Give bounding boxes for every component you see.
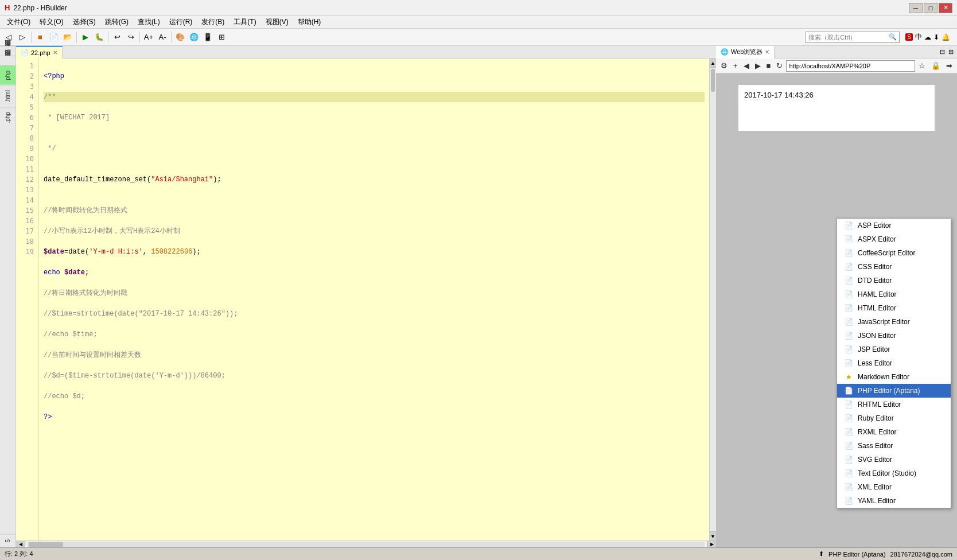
toolbar-undo[interactable]: ↩ — [111, 31, 123, 44]
editor-tab-22php[interactable]: 📄 22.php ✕ — [16, 46, 63, 59]
scroll-up[interactable]: ▲ — [710, 59, 716, 68]
sidebar-tab-shapes[interactable]: 图形象 — [0, 46, 15, 56]
menu-tools[interactable]: 工具(T) — [229, 16, 260, 28]
minimize-button[interactable]: ─ — [909, 3, 923, 13]
menu-jump[interactable]: 跳转(G) — [100, 16, 133, 28]
markdown-editor-icon: ★ — [844, 372, 853, 382]
xml-editor-icon: 📄 — [844, 483, 853, 492]
menu-ruby-editor[interactable]: 📄 Ruby Editor — [837, 411, 951, 425]
status-bar: 行: 2 列: 4 ⬆ PHP Editor (Aptana) 28176720… — [0, 547, 957, 560]
menu-edit[interactable]: 转义(O) — [35, 16, 68, 28]
search-input[interactable] — [808, 34, 889, 41]
scroll-left[interactable]: ◀ — [16, 541, 25, 548]
maximize-button[interactable]: □ — [924, 3, 937, 13]
toolbar-browser[interactable]: 🌐 — [188, 31, 200, 44]
menu-bar: 文件(O) 转义(O) 选择(S) 跳转(G) 查找(L) 运行(R) 发行(B… — [0, 16, 957, 29]
menu-text-editor[interactable]: 📄 Text Editor (Studio) — [837, 466, 951, 480]
sidebar-tab-phpfile[interactable]: .php — [0, 107, 15, 127]
h-scroll-thumb[interactable] — [29, 542, 63, 547]
toolbar-save[interactable]: ■ — [34, 31, 46, 44]
status-position: 行: 2 列: 4 — [5, 550, 819, 558]
javascript-editor-icon: 📄 — [844, 317, 853, 326]
menu-svg-editor[interactable]: 📄 SVG Editor — [837, 453, 951, 466]
browser-tab[interactable]: 🌐 Web浏览器 ✕ — [716, 46, 775, 59]
horizontal-scrollbar[interactable]: ◀ ▶ — [16, 540, 716, 547]
menu-php-editor[interactable]: 📄 PHP Editor (Aptana) — [837, 384, 951, 398]
sidebar-tab-layout[interactable]: 摆图形 — [0, 56, 15, 65]
browser-lock[interactable]: 🔒 — [929, 60, 943, 71]
menu-less-editor[interactable]: 📄 Less Editor — [837, 356, 951, 370]
menu-asp-editor[interactable]: 📄 ASP Editor — [837, 219, 951, 232]
sidebar-tab-num[interactable]: 5 — [0, 534, 15, 547]
toolbar-color[interactable]: 🎨 — [174, 31, 186, 44]
browser-stop[interactable]: ■ — [764, 60, 773, 71]
yaml-editor-label: YAML Editor — [858, 497, 896, 505]
menu-jsp-editor[interactable]: 📄 JSP Editor — [837, 343, 951, 356]
tab-close-button[interactable]: ✕ — [53, 49, 57, 56]
dtd-editor-label: DTD Editor — [858, 277, 892, 285]
toolbar-open[interactable]: 📂 — [61, 31, 74, 44]
menu-json-editor[interactable]: 📄 JSON Editor — [837, 329, 951, 343]
panel-icon-maximize[interactable]: ⊞ — [947, 47, 955, 57]
coffeescript-editor-label: CoffeeScript Editor — [858, 249, 916, 257]
sidebar-tab-php[interactable]: php — [0, 65, 15, 85]
toolbar-debug[interactable]: 🐛 — [93, 31, 106, 44]
menu-publish[interactable]: 发行(B) — [197, 16, 229, 28]
browser-refresh[interactable]: ↻ — [774, 60, 785, 71]
browser-external[interactable]: ➡ — [944, 60, 955, 71]
toolbar-redo[interactable]: ↪ — [125, 31, 137, 44]
xml-editor-label: XML Editor — [858, 483, 892, 491]
menu-run[interactable]: 运行(R) — [165, 16, 197, 28]
menu-xml-editor[interactable]: 📄 XML Editor — [837, 480, 951, 494]
sidebar-tab-html[interactable]: .html — [0, 85, 15, 107]
browser-tab-close[interactable]: ✕ — [765, 49, 769, 55]
asp-editor-icon: 📄 — [844, 221, 853, 230]
menu-coffeescript-editor[interactable]: 📄 CoffeeScript Editor — [837, 246, 951, 260]
toolbar-new[interactable]: 📄 — [48, 31, 60, 44]
menu-javascript-editor[interactable]: 📄 JavaScript Editor — [837, 315, 951, 329]
browser-new-tab[interactable]: + — [731, 60, 740, 71]
toolbar-forward[interactable]: ▷ — [16, 31, 29, 44]
menu-sass-editor[interactable]: 📄 Sass Editor — [837, 439, 951, 453]
browser-settings[interactable]: ⚙ — [718, 60, 730, 71]
context-menu: 📄 ASP Editor 📄 ASPX Editor 📄 CoffeeScrip… — [837, 218, 951, 508]
menu-view[interactable]: 视图(V) — [261, 16, 293, 28]
menu-haml-editor[interactable]: 📄 HAML Editor — [837, 287, 951, 301]
menu-dtd-editor[interactable]: 📄 DTD Editor — [837, 274, 951, 287]
toolbar-back[interactable]: ◁ — [2, 31, 15, 44]
close-button[interactable]: ✕ — [939, 3, 952, 13]
toolbar-phone[interactable]: 📱 — [201, 31, 214, 44]
menu-file[interactable]: 文件(O) — [2, 16, 35, 28]
url-bar[interactable] — [786, 60, 915, 72]
menu-rxml-editor[interactable]: 📄 RXML Editor — [837, 425, 951, 439]
toolbar-run[interactable]: ▶ — [79, 31, 92, 44]
separator-1 — [31, 32, 32, 43]
menu-markdown-editor[interactable]: ★ Markdown Editor — [837, 370, 951, 384]
scroll-thumb[interactable] — [711, 69, 715, 92]
toolbar-qr[interactable]: ⊞ — [215, 31, 228, 44]
less-editor-label: Less Editor — [858, 359, 892, 367]
code-content[interactable]: <?php /** * [WECHAT 2017] */ date_defaul… — [39, 59, 709, 540]
panel-icon-minimize[interactable]: ⊟ — [939, 47, 946, 57]
menu-help[interactable]: 帮助(H) — [293, 16, 326, 28]
code-editor[interactable]: 1 2 3 4 5 6 7 8 9 10 11 12 13 14 15 16 1… — [16, 59, 716, 540]
toolbar-font-smaller[interactable]: A- — [156, 31, 169, 44]
menu-html-editor[interactable]: 📄 HTML Editor — [837, 301, 951, 315]
browser-tab-bar: 🌐 Web浏览器 ✕ ⊟ ⊞ — [716, 46, 957, 59]
jsp-editor-label: JSP Editor — [858, 345, 890, 353]
scroll-right[interactable]: ▶ — [707, 541, 716, 548]
menu-rhtml-editor[interactable]: 📄 RHTML Editor — [837, 398, 951, 411]
menu-aspx-editor[interactable]: 📄 ASPX Editor — [837, 232, 951, 246]
vertical-scrollbar[interactable]: ▲ ▼ — [709, 59, 716, 540]
menu-find[interactable]: 查找(L) — [133, 16, 165, 28]
browser-back[interactable]: ◀ — [741, 60, 752, 71]
scroll-down[interactable]: ▼ — [710, 531, 716, 540]
menu-css-editor[interactable]: 📄 CSS Editor — [837, 260, 951, 274]
menu-select[interactable]: 选择(S) — [68, 16, 100, 28]
browser-forward[interactable]: ▶ — [753, 60, 763, 71]
download-icon: ⬇ — [933, 33, 939, 41]
browser-bookmark[interactable]: ☆ — [916, 60, 928, 71]
rxml-editor-icon: 📄 — [844, 427, 853, 437]
toolbar-font-larger[interactable]: A+ — [142, 31, 155, 44]
menu-yaml-editor[interactable]: 📄 YAML Editor — [837, 494, 951, 508]
